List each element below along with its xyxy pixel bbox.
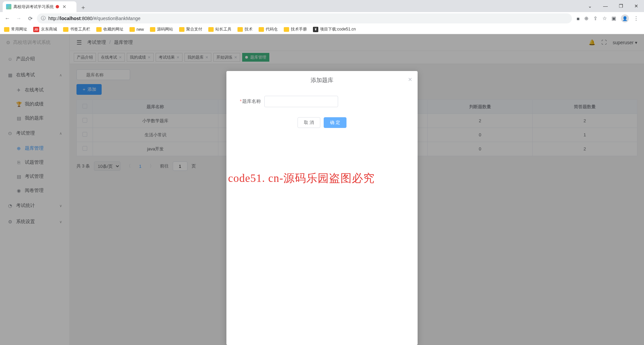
bookmarks-bar: 常用网址JD京东商城书签工具栏收藏的网址new源码网站聚合支付站长工具技术代码仓… [0, 25, 644, 34]
folder-icon [259, 27, 264, 32]
tab-title: 高校培训考试学习系统 [13, 4, 54, 10]
bookmark-item[interactable]: 收藏的网址 [96, 26, 123, 32]
url-input[interactable]: ⓘ http://localhost:8080/#/questionBankMa… [37, 13, 572, 23]
window-controls: ⌄ — ❐ ✕ [582, 0, 644, 12]
bookmark-label: 技术 [245, 26, 253, 32]
close-icon[interactable]: ✕ [408, 76, 412, 83]
bookmark-item[interactable]: 站长工具 [208, 26, 231, 32]
folder-icon [4, 27, 9, 32]
folder-icon [129, 27, 135, 32]
bookmark-item[interactable]: new [129, 27, 144, 32]
window-drop-icon[interactable]: ⌄ [582, 0, 598, 12]
favicon-icon [6, 4, 11, 9]
modal-body: *题库名称 [226, 89, 418, 111]
bookmark-item[interactable]: 源码网站 [150, 26, 173, 32]
extension-icon[interactable]: ▣ [611, 15, 616, 21]
addr-actions: ■ ⊕ ⇪ ☆ ▣ 👤 ⋮ [574, 14, 641, 22]
bookmark-label: 站长工具 [215, 26, 231, 32]
bookmark-item[interactable]: ¥项目下载:code51.cn [313, 26, 356, 32]
window-maximize-icon[interactable]: ❐ [613, 0, 629, 12]
folder-icon [150, 27, 155, 32]
jd-icon: JD [33, 27, 39, 32]
new-tab-button[interactable]: ＋ [78, 3, 88, 12]
address-bar: ← → ⟳ ⓘ http://localhost:8080/#/question… [0, 12, 644, 25]
url-text: http://localhost:8080/#/questionBankMang… [48, 16, 141, 21]
folder-icon [63, 27, 68, 32]
bookmark-label: 常用网址 [11, 26, 27, 32]
zoom-icon[interactable]: ⊕ [584, 15, 589, 21]
browser-chrome: 高校培训考试学习系统 ✕ ＋ ⌄ — ❐ ✕ ← → ⟳ ⓘ http://lo… [0, 0, 644, 34]
bookmark-label: 技术手册 [291, 26, 307, 32]
folder-icon [284, 27, 289, 32]
bookmark-label: 书签工具栏 [70, 26, 90, 32]
modal-title: 添加题库 [311, 76, 333, 84]
bookmark-item[interactable]: 书签工具栏 [63, 26, 90, 32]
folder-icon [96, 27, 102, 32]
recording-icon [56, 5, 59, 8]
bookmark-label: 收藏的网址 [103, 26, 123, 32]
site-info-icon[interactable]: ⓘ [41, 15, 46, 21]
modal-header: 添加题库 ✕ [226, 71, 418, 89]
folder-icon [179, 27, 184, 32]
confirm-button[interactable]: 确 定 [324, 117, 346, 128]
add-bank-modal: 添加题库 ✕ *题库名称 取 消 确 定 [226, 71, 418, 345]
field-label: *题库名称 [240, 98, 261, 105]
bookmark-item[interactable]: JD京东商城 [33, 26, 57, 32]
bookmark-item[interactable]: 常用网址 [4, 26, 27, 32]
modal-footer: 取 消 确 定 [226, 111, 418, 136]
bookmark-item[interactable]: 聚合支付 [179, 26, 202, 32]
reload-icon[interactable]: ⟳ [25, 14, 35, 23]
bookmark-label: 源码网站 [157, 26, 173, 32]
cancel-button[interactable]: 取 消 [298, 117, 320, 128]
bookmark-label: 项目下载:code51.cn [320, 26, 356, 32]
camera-icon[interactable]: ■ [577, 16, 580, 21]
profile-avatar-icon[interactable]: 👤 [621, 14, 629, 22]
folder-icon [208, 27, 214, 32]
modal-overlay[interactable]: 添加题库 ✕ *题库名称 取 消 确 定 [0, 34, 644, 345]
bookmark-label: 代码仓 [266, 26, 278, 32]
bank-name-input[interactable] [264, 96, 338, 107]
star-icon[interactable]: ☆ [602, 15, 607, 21]
back-icon[interactable]: ← [3, 14, 12, 23]
bookmark-label: 京东商城 [41, 26, 57, 32]
window-minimize-icon[interactable]: — [598, 0, 613, 12]
browser-tab[interactable]: 高校培训考试学习系统 ✕ [3, 1, 76, 12]
share-icon[interactable]: ⇪ [593, 15, 598, 21]
tab-strip: 高校培训考试学习系统 ✕ ＋ ⌄ — ❐ ✕ [0, 0, 644, 12]
bookmark-item[interactable]: 技术手册 [284, 26, 307, 32]
bookmark-item[interactable]: 代码仓 [259, 26, 278, 32]
forward-icon[interactable]: → [14, 14, 23, 23]
bookmark-label: new [137, 27, 144, 32]
download-icon: ¥ [313, 27, 318, 32]
tab-close-icon[interactable]: ✕ [62, 4, 66, 9]
bookmark-label: 聚合支付 [186, 26, 202, 32]
menu-icon[interactable]: ⋮ [634, 15, 639, 21]
window-close-icon[interactable]: ✕ [629, 0, 644, 12]
folder-icon [237, 27, 243, 32]
bookmark-item[interactable]: 技术 [237, 26, 253, 32]
